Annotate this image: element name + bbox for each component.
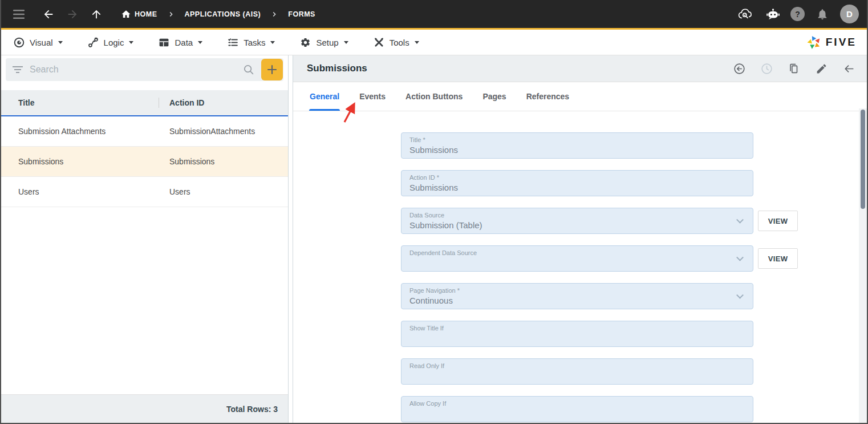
app-window: HOME APPLICATIONS (AIS) FORMS bbox=[0, 0, 868, 424]
tab-general[interactable]: General bbox=[309, 82, 340, 111]
chatbot-icon[interactable] bbox=[763, 5, 782, 24]
menu-logic[interactable]: Logic bbox=[88, 37, 134, 48]
field-read-only-if-label: Read Only If bbox=[409, 362, 745, 370]
menu-tools[interactable]: Tools bbox=[374, 37, 419, 48]
forward-arrow-icon bbox=[63, 5, 82, 24]
tab-pages[interactable]: Pages bbox=[482, 82, 506, 111]
breadcrumb-applications[interactable]: APPLICATIONS (AIS) bbox=[185, 10, 261, 18]
dropdown-caret-icon bbox=[270, 41, 275, 44]
edit-pencil-icon[interactable] bbox=[814, 62, 828, 75]
breadcrumb-forms[interactable]: FORMS bbox=[288, 10, 315, 18]
help-icon[interactable]: ? bbox=[790, 7, 805, 21]
collapse-left-arrow-icon[interactable] bbox=[842, 62, 855, 75]
view-data-source-button[interactable]: VIEW bbox=[758, 211, 798, 231]
back-arrow-icon[interactable] bbox=[39, 5, 58, 24]
top-navbar: HOME APPLICATIONS (AIS) FORMS bbox=[1, 0, 867, 30]
copy-icon[interactable] bbox=[787, 62, 801, 75]
column-header-title[interactable]: Title bbox=[18, 98, 159, 107]
breadcrumb-applications-label: APPLICATIONS (AIS) bbox=[185, 10, 261, 18]
table-row-submission-attachments[interactable]: Submission Attachments SubmissionAttachm… bbox=[1, 116, 288, 147]
setup-gear-icon bbox=[300, 37, 311, 48]
notifications-bell-icon[interactable] bbox=[813, 5, 832, 24]
field-title-label: Title * bbox=[409, 136, 745, 144]
breadcrumb-home-label: HOME bbox=[135, 10, 157, 18]
five-wordmark: FIVE bbox=[826, 36, 857, 49]
field-action-id-value: Submissions bbox=[409, 182, 745, 193]
view-dependent-data-source-button[interactable]: VIEW bbox=[758, 248, 798, 269]
search-bar bbox=[6, 58, 283, 81]
field-allow-copy-if[interactable]: Allow Copy If bbox=[401, 396, 753, 422]
tab-action-buttons[interactable]: Action Buttons bbox=[405, 82, 463, 111]
field-data-source-label: Data Source bbox=[409, 212, 745, 219]
undo-circle-icon[interactable] bbox=[732, 62, 746, 75]
five-pinwheel-icon bbox=[806, 35, 822, 50]
column-header-action-id[interactable]: Action ID bbox=[159, 98, 288, 107]
field-show-title-if-label: Show Title If bbox=[409, 325, 745, 332]
row-action-id-cell: Submissions bbox=[159, 157, 288, 166]
dropdown-caret-icon bbox=[344, 41, 348, 44]
tab-references[interactable]: References bbox=[526, 82, 570, 111]
search-icon[interactable] bbox=[242, 63, 255, 76]
field-page-navigation-value: Continuous bbox=[409, 295, 745, 306]
dropdown-caret-icon bbox=[129, 41, 133, 44]
row-title-cell: Submission Attachments bbox=[18, 127, 159, 136]
menu-visual-label: Visual bbox=[30, 38, 53, 47]
field-title[interactable]: Title * Submissions bbox=[401, 132, 753, 159]
menu-tasks-label: Tasks bbox=[244, 38, 265, 47]
user-avatar[interactable]: D bbox=[840, 5, 859, 23]
menu-setup-label: Setup bbox=[316, 38, 338, 47]
field-title-value: Submissions bbox=[409, 144, 745, 156]
breadcrumb-forms-label: FORMS bbox=[288, 10, 315, 18]
field-dependent-data-source[interactable]: Dependent Data Source bbox=[401, 245, 753, 272]
hamburger-menu-icon[interactable] bbox=[9, 5, 29, 24]
detail-tabs: General Events Action Buttons Pages Refe… bbox=[293, 82, 867, 111]
field-page-navigation-label: Page Navigation * bbox=[409, 287, 745, 294]
logic-icon bbox=[88, 37, 99, 48]
menu-tasks[interactable]: Tasks bbox=[228, 37, 275, 48]
filter-icon[interactable] bbox=[13, 66, 23, 74]
field-action-id-label: Action ID * bbox=[409, 174, 745, 181]
field-allow-copy-if-label: Allow Copy If bbox=[409, 400, 745, 407]
menu-setup[interactable]: Setup bbox=[300, 37, 348, 48]
record-detail-panel: Submissions bbox=[293, 55, 867, 423]
field-page-navigation[interactable]: Page Navigation * Continuous bbox=[401, 283, 753, 309]
menu-data[interactable]: Data bbox=[159, 37, 202, 48]
list-header-row: Title Action ID bbox=[1, 90, 288, 116]
panel-divider bbox=[289, 55, 293, 423]
field-read-only-if[interactable]: Read Only If bbox=[401, 358, 753, 385]
search-input[interactable] bbox=[30, 64, 242, 75]
menu-visual[interactable]: Visual bbox=[14, 37, 63, 48]
field-data-source[interactable]: Data Source Submission (Table) bbox=[401, 208, 753, 234]
dropdown-caret-icon bbox=[58, 41, 63, 44]
scrollbar-thumb[interactable] bbox=[861, 110, 865, 209]
field-action-id[interactable]: Action ID * Submissions bbox=[401, 170, 753, 196]
vertical-scrollbar[interactable] bbox=[859, 108, 867, 423]
row-title-cell: Users bbox=[18, 187, 159, 196]
records-list-panel: Title Action ID Submission Attachments S… bbox=[1, 55, 289, 423]
total-rows-footer: Total Rows: 3 bbox=[1, 394, 288, 423]
breadcrumb-home[interactable]: HOME bbox=[121, 9, 157, 19]
field-dependent-data-source-label: Dependent Data Source bbox=[409, 249, 745, 257]
cloud-search-icon[interactable] bbox=[736, 5, 755, 24]
menu-data-label: Data bbox=[175, 38, 193, 47]
add-record-button[interactable] bbox=[261, 59, 283, 80]
table-row-users[interactable]: Users Users bbox=[1, 177, 288, 207]
row-action-id-cell: SubmissionAttachments bbox=[159, 127, 288, 136]
main-menubar: Visual Logic Data Tasks Setup Tools bbox=[1, 30, 867, 55]
up-level-arrow-icon[interactable] bbox=[87, 5, 106, 24]
tools-icon bbox=[374, 37, 384, 48]
help-glyph: ? bbox=[795, 10, 800, 19]
main-content: Title Action ID Submission Attachments S… bbox=[1, 55, 867, 423]
general-form: Title * Submissions Action ID * Submissi… bbox=[293, 111, 867, 423]
row-title-cell: Submissions bbox=[18, 157, 159, 166]
menu-logic-label: Logic bbox=[104, 38, 124, 47]
row-action-id-cell: Users bbox=[159, 187, 288, 196]
dropdown-caret-icon bbox=[198, 41, 202, 44]
field-show-title-if[interactable]: Show Title If bbox=[401, 321, 753, 347]
tab-events[interactable]: Events bbox=[359, 82, 386, 111]
field-data-source-value: Submission (Table) bbox=[409, 220, 745, 231]
visual-icon bbox=[14, 37, 25, 48]
detail-header: Submissions bbox=[293, 55, 867, 82]
table-row-submissions[interactable]: Submissions Submissions bbox=[1, 147, 288, 177]
plus-icon bbox=[267, 64, 277, 75]
